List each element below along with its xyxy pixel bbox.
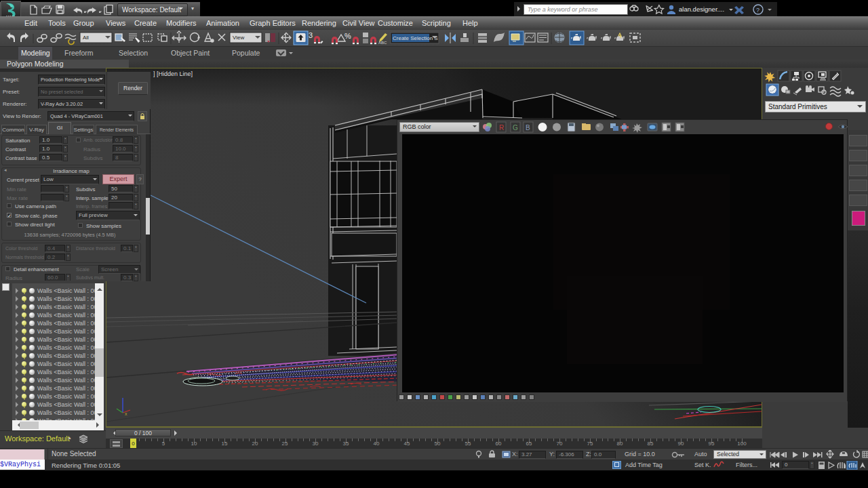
svg-text:Create Selection S: Create Selection S	[393, 35, 438, 41]
svg-text:alan.designer....: alan.designer....	[679, 5, 724, 13]
svg-text:B: B	[526, 124, 530, 131]
svg-text:?: ?	[756, 7, 760, 14]
svg-text:3: 3	[309, 31, 313, 39]
svg-text:View: View	[233, 35, 244, 41]
svg-text:R: R	[499, 124, 504, 131]
svg-text:%: %	[344, 32, 351, 40]
svg-text:G: G	[513, 124, 518, 131]
svg-text:All: All	[83, 35, 89, 41]
svg-text:ABC: ABC	[378, 41, 387, 45]
svg-text:x: x	[125, 411, 127, 416]
